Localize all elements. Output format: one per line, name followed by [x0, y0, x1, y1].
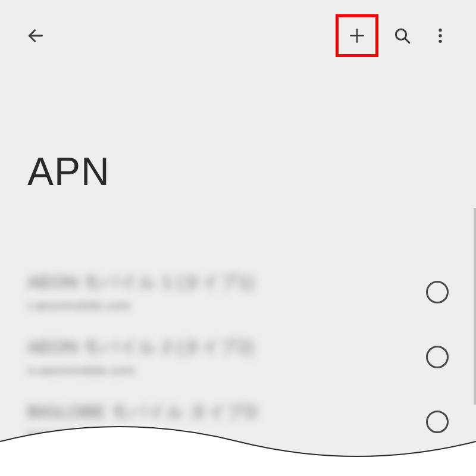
apn-name: AEON モバイル 1 (タイプ1): [27, 270, 414, 295]
svg-line-4: [405, 38, 409, 43]
search-button[interactable]: [388, 21, 416, 50]
add-button[interactable]: [343, 21, 371, 50]
apn-name: AEON モバイル 2 (タイプ2): [27, 335, 414, 359]
search-icon: [393, 26, 412, 45]
toolbar: [0, 0, 476, 71]
svg-point-7: [439, 40, 441, 43]
apn-list-item[interactable]: AEON モバイル 1 (タイプ1) i-aeonmobile.com: [27, 259, 449, 324]
overflow-menu-button[interactable]: [426, 21, 455, 50]
apn-address: i-aeonmobile.com: [27, 298, 414, 314]
arrow-left-icon: [26, 26, 45, 45]
apn-radio[interactable]: [426, 281, 449, 303]
more-vertical-icon: [431, 26, 450, 45]
back-button[interactable]: [21, 21, 50, 50]
apn-list-item[interactable]: AEON モバイル 2 (タイプ2) n-aeonmobile.com: [27, 324, 449, 389]
apn-radio[interactable]: [426, 346, 449, 368]
svg-point-5: [439, 29, 441, 32]
page-title: APN: [0, 71, 476, 194]
decorative-curve: [0, 406, 476, 476]
tutorial-highlight: [336, 14, 378, 57]
apn-address: n-aeonmobile.com: [27, 363, 414, 378]
scrollbar-track: [474, 208, 476, 405]
svg-point-6: [439, 34, 441, 37]
plus-icon: [347, 26, 367, 45]
